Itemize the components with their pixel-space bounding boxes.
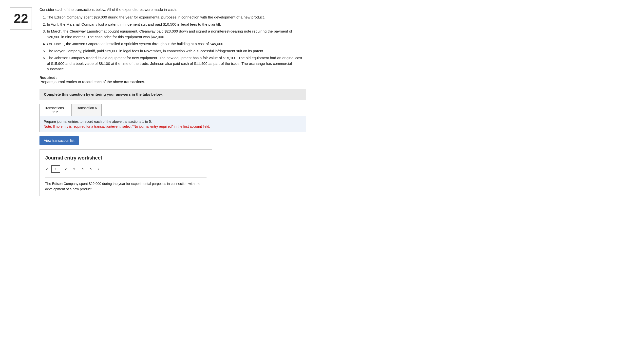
tab-content-area: Prepare journal entries to record each o… <box>40 116 306 132</box>
tab-transactions-1-5[interactable]: Transactions 1to 5 <box>40 104 71 116</box>
list-item: On June 1, the Jamsen Corporation instal… <box>47 41 306 47</box>
list-item: In March, the Cleanway Laundromat bought… <box>47 28 306 40</box>
tab-transaction-6[interactable]: Transaction 6 <box>71 104 102 116</box>
page-5[interactable]: 5 <box>88 166 94 172</box>
journal-title: Journal entry worksheet <box>45 155 206 161</box>
transaction-list: The Edison Company spent $29,000 during … <box>47 14 306 72</box>
page-2[interactable]: 2 <box>63 166 68 172</box>
required-label: Required: <box>40 75 57 80</box>
page-1[interactable]: 1 <box>51 165 60 173</box>
intro-text: Consider each of the transactions below.… <box>40 7 306 11</box>
complete-box: Complete this question by entering your … <box>40 89 306 100</box>
list-item: The Johnson Company traded its old equip… <box>47 55 306 72</box>
list-item: The Edison Company spent $29,000 during … <box>47 14 306 20</box>
tab-instruction: Prepare journal entries to record each o… <box>44 120 302 123</box>
tab-note: Note: If no entry is required for a tran… <box>44 124 302 128</box>
problem-number: 22 <box>10 7 32 29</box>
transaction-description: The Edison Company spent $29,000 during … <box>45 177 206 192</box>
list-item: In April, the Marshall Company lost a pa… <box>47 22 306 27</box>
page-4[interactable]: 4 <box>80 166 86 172</box>
journal-worksheet: Journal entry worksheet ‹ 1 2 3 4 5 › Th… <box>40 149 212 196</box>
view-transaction-list-button[interactable]: View transaction list <box>40 136 79 145</box>
required-text: Prepare journal entries to record each o… <box>40 80 306 84</box>
list-item: The Mayer Company, plaintiff, paid $29,0… <box>47 48 306 54</box>
nav-row: ‹ 1 2 3 4 5 › <box>45 165 206 173</box>
tabs-row: Transactions 1to 5 Transaction 6 <box>40 104 306 116</box>
next-page-button[interactable]: › <box>96 166 100 172</box>
required-section: Required: Prepare journal entries to rec… <box>40 75 306 84</box>
prev-page-button[interactable]: ‹ <box>45 166 49 172</box>
problem-container: 22 Consider each of the transactions bel… <box>10 7 306 196</box>
problem-content: Consider each of the transactions below.… <box>40 7 306 196</box>
page-3[interactable]: 3 <box>71 166 77 172</box>
